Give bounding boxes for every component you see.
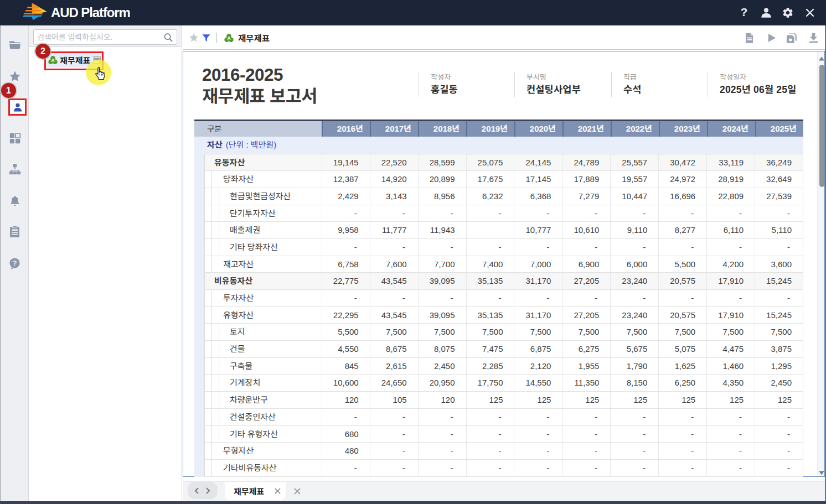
- svg-text:?: ?: [741, 7, 748, 18]
- svg-text:?: ?: [13, 259, 17, 267]
- svg-text:A: A: [227, 35, 230, 41]
